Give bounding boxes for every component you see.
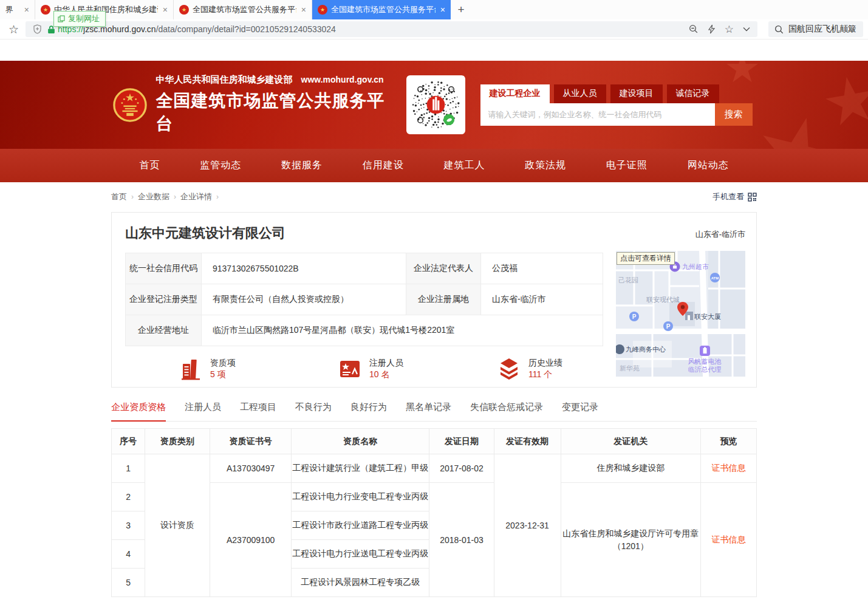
- nav-item-policy[interactable]: 政策法规: [525, 159, 566, 172]
- favorite-star-icon[interactable]: ☆: [725, 23, 734, 36]
- tab-dishonesty-records[interactable]: 失信联合惩戒记录: [470, 402, 543, 421]
- reg-type-value: 有限责任公司（自然人投资或控股）: [202, 284, 406, 315]
- browser-tab-active[interactable]: ★ 全国建筑市场监管公共服务平台 ×: [312, 0, 451, 19]
- tab-close-icon[interactable]: ×: [24, 5, 29, 14]
- address-bar[interactable]: https://jzsc.mohurd.gov.cn/data/company/…: [26, 21, 757, 37]
- map-image: 九州超市 ATM 己花园 联安现代城 P P 联安大厦 九峰商务中心 新华苑: [616, 251, 745, 377]
- stat-qualifications: 资质项 5 项: [125, 357, 284, 381]
- legal-rep-value: 公茂福: [481, 253, 603, 284]
- authority-line-1: 山东省住房和城乡建设厅许可专用章: [561, 527, 700, 540]
- col-header-name: 资质名称: [292, 429, 429, 454]
- shield-icon[interactable]: [33, 24, 42, 34]
- credit-code-label: 统一社会信用代码: [126, 253, 202, 284]
- national-emblem-icon: [112, 87, 148, 123]
- tab-bad-behavior[interactable]: 不良行为: [295, 402, 332, 421]
- wechat-qr-code: [406, 75, 465, 134]
- company-summary-card: 山东中元建筑设计有限公司 山东省-临沂市 统一社会信用代码 9137130267…: [111, 212, 757, 388]
- tab-good-behavior[interactable]: 良好行为: [350, 402, 387, 421]
- quick-search-box[interactable]: 国航回应飞机颠簸: [768, 21, 863, 37]
- svg-text:ATM: ATM: [711, 276, 719, 280]
- cell-authority: 山东省住房和城乡建设厅许可专用章 （1201）: [561, 483, 700, 597]
- table-row: 1 设计资质 A137030497 工程设计建筑行业（建筑工程）甲级 2017-…: [112, 454, 757, 483]
- col-header-no: 序号: [112, 429, 145, 454]
- breadcrumb: 首页 › 企业数据 › 企业详情 › 手机查看: [111, 191, 757, 202]
- reg-region-value: 山东省-临沂市: [481, 284, 603, 315]
- map-tooltip: 点击可查看详情: [617, 252, 675, 265]
- table-row: 企业登记注册类型 有限责任公司（自然人投资或控股） 企业注册属地 山东省-临沂市: [126, 284, 603, 315]
- cell-no: 5: [112, 569, 145, 597]
- nav-item-credit[interactable]: 信用建设: [363, 159, 404, 172]
- site-logo: 中华人民共和国住房和城乡建设部 www.mohurd.gov.cn 全国建筑市场…: [112, 74, 387, 135]
- bookmark-star-icon[interactable]: ☆: [9, 22, 19, 36]
- reg-type-label: 企业登记注册类型: [126, 284, 202, 315]
- lightning-icon[interactable]: [708, 24, 716, 34]
- company-stats: 资质项 5 项 注册人员 10 名: [125, 357, 603, 381]
- company-name: 山东中元建筑设计有限公司: [125, 224, 285, 242]
- breadcrumb-company-detail[interactable]: 企业详情: [180, 191, 212, 202]
- search-tab-project[interactable]: 建设项目: [610, 84, 663, 103]
- mobile-view-link[interactable]: 手机查看: [713, 191, 757, 202]
- nav-item-supervision[interactable]: 监管动态: [200, 159, 241, 172]
- tab-registered-personnel[interactable]: 注册人员: [185, 402, 221, 421]
- search-button[interactable]: 搜索: [715, 103, 753, 126]
- page-top-gap: [0, 39, 868, 61]
- company-region: 山东省-临沂市: [695, 229, 745, 240]
- chevron-down-icon[interactable]: [743, 27, 750, 32]
- nav-item-data-service[interactable]: 数据服务: [281, 159, 323, 172]
- stat-history-performance: 历史业绩 111 个: [443, 357, 603, 381]
- site-title: 全国建筑市场监管公共服务平台: [156, 89, 387, 135]
- stat-value: 5 项: [210, 369, 236, 380]
- col-header-preview: 预览: [700, 429, 756, 454]
- certificate-info-link[interactable]: 证书信息: [711, 535, 745, 544]
- company-location-map[interactable]: 点击可查看详情 九州超市: [616, 251, 745, 377]
- tab-close-icon[interactable]: ×: [440, 5, 445, 14]
- certificate-info-link[interactable]: 证书信息: [711, 463, 745, 473]
- breadcrumb-home[interactable]: 首页: [111, 191, 127, 202]
- new-tab-button[interactable]: +: [451, 0, 471, 19]
- breadcrumb-company-data[interactable]: 企业数据: [138, 191, 169, 202]
- nav-item-certificate[interactable]: 电子证照: [606, 159, 648, 172]
- tab-qualifications[interactable]: 企业资质资格: [111, 402, 166, 422]
- tab-close-icon[interactable]: ×: [163, 5, 168, 14]
- authority-line-2: （1201）: [561, 540, 700, 553]
- nav-item-home[interactable]: 首页: [139, 159, 160, 172]
- browser-tab-0[interactable]: 界 ×: [0, 0, 35, 19]
- stat-label: 历史业绩: [528, 357, 562, 369]
- cell-authority: 住房和城乡建设部: [561, 454, 700, 483]
- svg-text:联安现代城: 联安现代城: [646, 296, 680, 303]
- table-row: 统一社会信用代码 91371302675501022B 企业法定代表人 公茂福: [126, 253, 603, 284]
- keyword-search-input[interactable]: [480, 103, 715, 126]
- svg-text:九峰商务中心: 九峰商务中心: [626, 346, 666, 353]
- cell-validity: 2023-12-31: [494, 454, 561, 597]
- search-icon: [774, 25, 784, 34]
- svg-text:联安大厦: 联安大厦: [694, 313, 721, 320]
- tab-projects[interactable]: 工程项目: [240, 402, 276, 421]
- tab-blacklist[interactable]: 黑名单记录: [406, 402, 451, 421]
- cell-qual-name: 工程设计市政行业道路工程专业丙级: [292, 511, 429, 540]
- svg-text:新华苑: 新华苑: [620, 364, 640, 372]
- qr-code-icon: [748, 193, 757, 202]
- tab-close-icon[interactable]: ×: [301, 5, 306, 14]
- tab-change-records[interactable]: 变更记录: [562, 402, 598, 421]
- svg-text:临沂总代理: 临沂总代理: [688, 366, 722, 373]
- qualification-table: 序号 资质类别 资质证书号 资质名称 发证日期 发证有效期 发证机关 预览 1 …: [111, 428, 757, 597]
- search-tab-credit[interactable]: 诚信记录: [667, 84, 719, 103]
- browser-tab-2[interactable]: ★ 全国建筑市场监管公共服务平台 ×: [174, 0, 312, 19]
- search-tab-enterprise[interactable]: 建设工程企业: [480, 84, 550, 103]
- nav-item-site-news[interactable]: 网站动态: [688, 159, 729, 172]
- svg-text:己花园: 己花园: [618, 276, 638, 284]
- cell-issue-date: 2018-01-03: [429, 483, 494, 597]
- credit-code-value: 91371302675501022B: [202, 253, 406, 284]
- stat-label: 资质项: [210, 357, 236, 369]
- zoom-out-icon[interactable]: [689, 24, 699, 34]
- cell-no: 2: [112, 483, 145, 511]
- tab-title: 全国建筑市场监管公共服务平台: [331, 4, 436, 15]
- site-favicon-icon: ★: [179, 5, 189, 15]
- site-header: 中华人民共和国住房和城乡建设部 www.mohurd.gov.cn 全国建筑市场…: [0, 61, 868, 149]
- search-tab-personnel[interactable]: 从业人员: [554, 84, 606, 103]
- copy-url-label: 复制网址: [68, 13, 100, 24]
- nav-item-workers[interactable]: 建筑工人: [443, 159, 485, 172]
- cell-qual-name: 工程设计电力行业送电工程专业丙级: [292, 540, 429, 569]
- cell-issue-date: 2017-08-02: [429, 454, 494, 483]
- quick-search-text: 国航回应飞机颠簸: [788, 24, 856, 35]
